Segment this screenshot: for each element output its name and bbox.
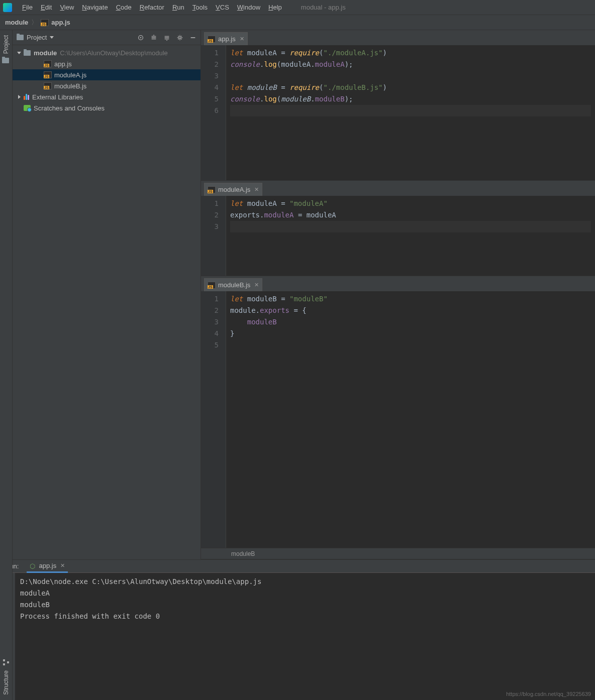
tree-label: moduleA.js xyxy=(54,71,86,79)
code-line[interactable]: console.log(moduleB.moduleB); xyxy=(230,93,591,105)
menu-refactor[interactable]: Refactor xyxy=(136,2,168,13)
window-title: modual - app.js xyxy=(301,4,346,11)
run-tab[interactable]: app.js ✕ xyxy=(27,560,68,573)
code-line[interactable]: module.exports = { xyxy=(230,305,591,316)
js-file-icon xyxy=(41,19,49,26)
svg-point-1 xyxy=(140,37,142,38)
run-header: Run: app.js ✕ xyxy=(0,560,595,573)
code-line[interactable] xyxy=(230,339,591,351)
chevron-right-icon[interactable] xyxy=(17,95,22,99)
structure-gutter: Structure xyxy=(0,539,13,700)
project-view-selector[interactable]: Project xyxy=(17,34,54,41)
console-line: Process finished with exit code 0 xyxy=(20,611,590,622)
code-line[interactable] xyxy=(230,105,591,116)
code-line[interactable] xyxy=(230,70,591,82)
code-line[interactable]: let moduleA = require("./moduleA.js") xyxy=(230,47,591,59)
tab-label: moduleA.js xyxy=(218,186,250,193)
code-area[interactable]: 123let moduleA = "moduleA"exports.module… xyxy=(201,196,595,276)
code-line[interactable]: let moduleB = "moduleB" xyxy=(230,293,591,305)
folder-icon xyxy=(17,35,24,40)
minimize-icon[interactable] xyxy=(189,34,196,41)
svg-rect-10 xyxy=(3,663,5,665)
menubar: FileEditViewNavigateCodeRefactorRunTools… xyxy=(0,0,595,15)
js-file-icon xyxy=(208,282,216,289)
menu-run[interactable]: Run xyxy=(168,2,188,13)
project-tree[interactable]: moduleC:\Users\AlunOtway\Desktop\modulea… xyxy=(13,45,201,115)
expand-all-icon[interactable] xyxy=(150,34,157,41)
code-area[interactable]: 123456let moduleA = require("./moduleA.j… xyxy=(201,45,595,180)
tool-tab-structure[interactable]: Structure xyxy=(3,668,10,697)
close-icon[interactable]: ✕ xyxy=(60,562,65,569)
locate-icon[interactable] xyxy=(137,34,144,41)
code-line[interactable]: console.log(moduleA.moduleA); xyxy=(230,59,591,70)
editor-tabs: moduleB.js✕ xyxy=(201,276,595,291)
code-line[interactable]: let moduleB = require("./moduleB.js") xyxy=(230,82,591,93)
editor-tab[interactable]: app.js✕ xyxy=(204,32,248,45)
menu-file[interactable]: File xyxy=(18,2,37,13)
run-panel: Run: app.js ✕ D:\Node\node.exe C:\Users\… xyxy=(0,559,595,700)
editor-tabs: moduleA.js✕ xyxy=(201,181,595,196)
editor-breadcrumb[interactable]: moduleB xyxy=(201,548,595,559)
tree-item-modulea-js[interactable]: moduleA.js xyxy=(13,69,201,80)
console-line: moduleB xyxy=(20,599,590,611)
breadcrumb-file[interactable]: app.js xyxy=(51,19,70,26)
code-area[interactable]: 12345let moduleB = "moduleB"module.expor… xyxy=(201,291,595,548)
svg-rect-11 xyxy=(7,661,9,663)
editor-tab[interactable]: moduleA.js✕ xyxy=(204,183,262,196)
console-line: moduleA xyxy=(20,588,590,599)
watermark: https://blog.csdn.net/qq_39225639 xyxy=(506,691,591,697)
code-line[interactable]: exports.moduleA = moduleA xyxy=(230,209,591,221)
breadcrumb-root[interactable]: module xyxy=(5,19,28,26)
code-line[interactable] xyxy=(230,221,591,232)
line-gutter: 12345 xyxy=(201,291,226,548)
run-console[interactable]: D:\Node\node.exe C:\Users\AlunOtway\Desk… xyxy=(15,573,595,700)
tree-item-external-libraries[interactable]: External Libraries xyxy=(13,91,201,102)
menu-window[interactable]: Window xyxy=(233,2,264,13)
code-line[interactable]: moduleB xyxy=(230,316,591,328)
run-tab-label: app.js xyxy=(39,562,56,569)
menu-tools[interactable]: Tools xyxy=(188,2,212,13)
menu-vcs[interactable]: VCS xyxy=(212,2,233,13)
tree-item-moduleb-js[interactable]: moduleB.js xyxy=(13,80,201,91)
code-line[interactable]: let moduleA = "moduleA" xyxy=(230,198,591,209)
menu-edit[interactable]: Edit xyxy=(37,2,56,13)
tree-label: app.js xyxy=(54,60,72,68)
menu-view[interactable]: View xyxy=(56,2,78,13)
tool-tab-project[interactable]: Project xyxy=(3,33,10,56)
folder-icon[interactable] xyxy=(2,58,10,66)
structure-icon[interactable] xyxy=(2,658,10,666)
tab-label: moduleB.js xyxy=(218,281,250,289)
code-body[interactable]: let moduleA = require("./moduleA.js")con… xyxy=(226,45,595,180)
editors-column: app.js✕123456let moduleA = require("./mo… xyxy=(201,30,595,559)
chevron-down-icon xyxy=(50,36,54,39)
svg-rect-3 xyxy=(191,37,195,38)
tree-path: C:\Users\AlunOtway\Desktop\module xyxy=(60,49,168,57)
close-icon[interactable]: ✕ xyxy=(254,282,259,288)
js-file-icon xyxy=(44,60,52,67)
js-file-icon xyxy=(44,71,52,78)
tree-item-module[interactable]: moduleC:\Users\AlunOtway\Desktop\module xyxy=(13,47,201,58)
line-gutter: 123 xyxy=(201,196,226,276)
js-file-icon xyxy=(208,36,216,43)
tree-item-scratches-and-consoles[interactable]: Scratches and Consoles xyxy=(13,102,201,113)
close-icon[interactable]: ✕ xyxy=(254,186,259,193)
svg-point-2 xyxy=(179,36,181,38)
close-icon[interactable]: ✕ xyxy=(240,36,244,42)
menu-navigate[interactable]: Navigate xyxy=(78,2,112,13)
project-pane: Project moduleC:\Users\AlunOtway\Desktop… xyxy=(13,30,201,559)
menu-code[interactable]: Code xyxy=(112,2,136,13)
project-pane-title: Project xyxy=(27,34,47,41)
code-body[interactable]: let moduleA = "moduleA"exports.moduleA =… xyxy=(226,196,595,276)
collapse-all-icon[interactable] xyxy=(163,34,170,41)
code-line[interactable]: } xyxy=(230,328,591,339)
tree-item-app-js[interactable]: app.js xyxy=(13,58,201,69)
gear-icon[interactable] xyxy=(176,34,183,41)
js-file-icon xyxy=(208,186,216,193)
code-body[interactable]: let moduleB = "moduleB"module.exports = … xyxy=(226,291,595,548)
menu-help[interactable]: Help xyxy=(264,2,286,13)
chevron-right-icon: 〉 xyxy=(31,18,38,27)
editor-tab[interactable]: moduleB.js✕ xyxy=(204,278,262,291)
chevron-down-icon[interactable] xyxy=(17,52,22,54)
node-icon xyxy=(30,562,36,568)
tab-label: app.js xyxy=(218,35,236,43)
